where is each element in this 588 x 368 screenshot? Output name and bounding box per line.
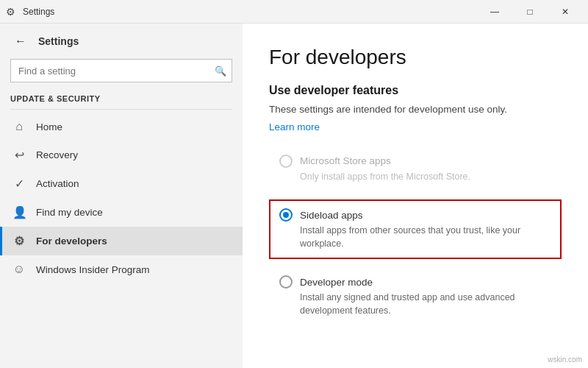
search-icon-button[interactable]: 🔍 [209, 59, 232, 82]
watermark: wskin.com [548, 355, 582, 364]
sidebar-app-title: Settings [38, 35, 79, 47]
option-row-developer-mode: Developer mode [279, 275, 551, 289]
sidebar: ← Settings 🔍 Update & Security ⌂ Home ↩ … [0, 24, 243, 368]
sidebar-item-recovery[interactable]: ↩ Recovery [0, 141, 243, 169]
sidebar-nav-top: ← Settings [0, 24, 243, 56]
radio-developer-mode [279, 275, 293, 289]
title-bar-left: ⚙ Settings [0, 6, 54, 18]
back-button[interactable]: ← [10, 31, 31, 52]
option-row-sideload-apps: Sideload apps [279, 208, 551, 222]
close-button[interactable]: ✕ [548, 0, 582, 24]
nav-icon-recovery: ↩ [12, 148, 26, 162]
sidebar-item-windows-insider[interactable]: ☺ Windows Insider Program [0, 255, 243, 283]
nav-label-windows-insider: Windows Insider Program [36, 264, 150, 275]
maximize-button[interactable]: □ [513, 0, 547, 24]
radio-sideload-apps [279, 208, 293, 222]
option-label-microsoft-store: Microsoft Store apps [300, 155, 391, 166]
option-row-microsoft-store: Microsoft Store apps [279, 155, 551, 168]
sidebar-item-activation[interactable]: ✓ Activation [0, 169, 243, 198]
search-box-wrap: 🔍 [10, 59, 232, 82]
sidebar-divider [10, 109, 232, 110]
option-sub-microsoft-store: Only install apps from the Microsoft Sto… [279, 171, 551, 184]
sidebar-section-label: Update & Security [0, 91, 243, 106]
radio-microsoft-store [279, 155, 293, 168]
option-item-sideload-apps[interactable]: Sideload apps Install apps from other so… [269, 199, 562, 259]
option-label-developer-mode: Developer mode [300, 277, 373, 288]
title-bar: ⚙ Settings — □ ✕ [0, 0, 588, 24]
nav-label-activation: Activation [36, 178, 79, 189]
sidebar-item-for-developers[interactable]: ⚙ For developers [0, 227, 243, 255]
nav-icon-find-my-device: 👤 [12, 205, 26, 219]
option-item-developer-mode[interactable]: Developer mode Install any signed and tr… [269, 266, 562, 326]
page-title: For developers [269, 46, 562, 69]
option-group: Microsoft Store apps Only install apps f… [269, 146, 562, 327]
nav-icon-activation: ✓ [12, 177, 26, 191]
option-sub-sideload-apps: Install apps from other sources that you… [279, 224, 551, 250]
option-item-microsoft-store[interactable]: Microsoft Store apps Only install apps f… [269, 146, 562, 193]
nav-label-find-my-device: Find my device [36, 207, 103, 218]
option-label-sideload-apps: Sideload apps [300, 210, 363, 221]
search-icon: 🔍 [215, 66, 226, 77]
back-icon: ← [15, 35, 26, 48]
learn-more-link[interactable]: Learn more [269, 121, 320, 132]
minimize-button[interactable]: — [478, 0, 512, 24]
nav-label-for-developers: For developers [36, 236, 107, 247]
section-desc: These settings are intended for developm… [269, 103, 562, 117]
nav-label-recovery: Recovery [36, 149, 78, 160]
nav-label-home: Home [36, 121, 62, 132]
nav-icon-windows-insider: ☺ [12, 263, 26, 276]
title-bar-controls: — □ ✕ [478, 0, 582, 24]
section-title: Use developer features [269, 84, 562, 97]
search-input[interactable] [10, 59, 232, 82]
title-bar-title: Settings [23, 7, 54, 17]
nav-items-container: ⌂ Home ↩ Recovery ✓ Activation 👤 Find my… [0, 113, 243, 283]
settings-app-icon: ⚙ [6, 6, 15, 18]
sidebar-item-home[interactable]: ⌂ Home [0, 113, 243, 141]
app-body: ← Settings 🔍 Update & Security ⌂ Home ↩ … [0, 24, 588, 368]
sidebar-item-find-my-device[interactable]: 👤 Find my device [0, 198, 243, 227]
nav-icon-for-developers: ⚙ [12, 234, 26, 248]
nav-icon-home: ⌂ [12, 120, 26, 133]
option-sub-developer-mode: Install any signed and trusted app and u… [279, 291, 551, 317]
main-content: For developers Use developer features Th… [243, 24, 588, 368]
